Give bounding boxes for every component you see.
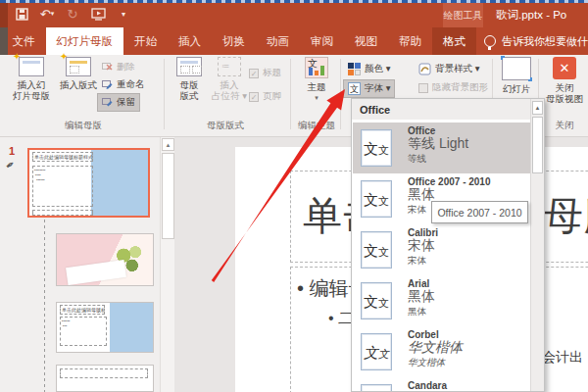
rename-button[interactable]: 重命名 (98, 76, 149, 93)
tell-me-box[interactable]: 告诉我你想要做什 (476, 27, 588, 55)
master-slide-thumbnail[interactable]: 单击此处编辑母版标题样式 ▪▪▪▪▪▪▪▪ ▪▪▪▪ ▪▪▪▪▪▪ (27, 148, 150, 218)
insert-slide-master-button[interactable]: 插入幻 灯片母版 (8, 57, 55, 101)
undo-icon[interactable]: ↶▾ (39, 6, 55, 22)
background-styles-icon (418, 63, 431, 75)
ribbon-tabs: 文件 幻灯片母版 开始 插入 切换 动画 审阅 视图 帮助 格式 告诉我你想要做… (0, 27, 588, 55)
font-sample-icon: 文文 (361, 333, 392, 370)
checkbox-icon (418, 83, 428, 93)
preserve-button[interactable]: 保留 (97, 93, 140, 112)
group-label-close: 关闭 (543, 120, 586, 132)
drawing-tools-header: 绘图工具 (443, 3, 483, 27)
pin-icon: ✒ (3, 158, 18, 173)
document-title: 歌词.pptx - Po (496, 3, 566, 27)
insert-layout-icon (66, 57, 91, 76)
title-checkbox: ✓ 标题 (245, 65, 285, 81)
slide-thumbnail-panel: 1 ✒ 单击此处编辑母版标题样式 ▪▪▪▪▪▪▪▪ ▪▪▪▪ ▪▪▪▪▪▪ 单击… (0, 137, 160, 392)
footer-checkbox: ✓ 页脚 (245, 88, 285, 105)
master-layout-button[interactable]: 母版 版式 (169, 57, 210, 101)
slide-size-icon (502, 57, 531, 80)
tab-view[interactable]: 视图 (344, 27, 388, 55)
scrollbar-thumb[interactable] (162, 153, 174, 239)
title-bar: ↶▾ ↻ ▾ 绘图工具 歌词.pptx - Po (0, 3, 588, 27)
background-styles-button[interactable]: 背景样式 ▾ (415, 61, 483, 77)
fonts-button[interactable]: 文 字体 ▾ (343, 79, 395, 98)
lightbulb-icon (484, 35, 496, 47)
layout-connector-line (44, 220, 45, 392)
font-scheme-calibri[interactable]: 文文 Calibri 宋体 宋体 (353, 224, 531, 275)
tell-me-label: 告诉我你想要做什 (502, 34, 588, 49)
layout-thumbnail-1[interactable] (56, 233, 154, 286)
master-layout-icon (176, 57, 202, 76)
fonts-icon: 文 (348, 82, 361, 95)
tab-home[interactable]: 开始 (123, 27, 168, 55)
font-sample-icon: 文文 (361, 180, 392, 218)
tab-animations[interactable]: 动画 (256, 27, 300, 55)
insert-placeholder-icon: ≔ (218, 57, 241, 76)
quick-access-toolbar: ↶▾ ↻ ▾ (14, 6, 131, 22)
group-label-edit-theme: 编辑主题 (294, 120, 339, 132)
insert-placeholder-button: ≔ 插入 占位符 ▾ (210, 57, 249, 101)
group-label-edit-master: 编辑母版 (39, 120, 127, 132)
colors-button[interactable]: 颜色 ▾ (344, 61, 394, 77)
tab-help[interactable]: 帮助 (388, 27, 432, 55)
hide-background-graphics-checkbox: 隐藏背景图形 (415, 79, 492, 96)
redo-icon: ↻ (65, 6, 80, 22)
close-master-view-button[interactable]: ✕ 关闭 母版视图 (543, 57, 586, 104)
font-scheme-candara[interactable]: Candara 华文隶书 (353, 377, 531, 392)
tab-format[interactable]: 格式 (432, 27, 476, 55)
delete-icon (102, 62, 113, 73)
tooltip: Office 2007 - 2010 (431, 201, 528, 223)
font-sample-icon: 文文 (361, 129, 392, 167)
start-slideshow-icon[interactable] (90, 6, 106, 22)
tabs-row-edge (0, 27, 8, 55)
insert-layout-button[interactable]: 插入版式 (55, 57, 102, 90)
fonts-dropdown-menu: Office 文文 Office 等线 Light 等线 文文 Office 2… (351, 98, 545, 392)
font-sample-icon: 文文 (361, 282, 392, 319)
font-scheme-office[interactable]: 文文 Office 等线 Light 等线 (353, 122, 531, 173)
group-label-master-layout: 母版版式 (186, 120, 265, 132)
preserve-icon (102, 97, 113, 108)
delete-button: 删除 (98, 59, 139, 75)
themes-button[interactable]: 文 主题 ▾ (295, 57, 338, 103)
customize-qat-icon[interactable]: ▾ (116, 6, 131, 22)
insert-slide-master-icon (19, 57, 44, 76)
tab-slide-master[interactable]: 幻灯片母版 (46, 27, 124, 55)
colors-icon (348, 63, 361, 75)
rename-icon (102, 79, 113, 90)
fonts-dropdown-header: Office (352, 99, 544, 120)
thumbnail-panel-scrollbar[interactable]: ▲ (160, 137, 174, 392)
font-scheme-corbel[interactable]: 文文 Corbel 华文楷体 华文楷体 (353, 326, 531, 377)
dropdown-scroll-up-icon[interactable]: ▲ (532, 101, 543, 115)
slide-corner-text: 会计出 (542, 349, 583, 367)
checkbox-icon: ✓ (249, 92, 259, 102)
titlebar-edge (0, 3, 8, 27)
slide-size-button[interactable]: 幻灯片 (496, 57, 537, 94)
layout-thumbnail-2[interactable]: 单击此处编辑母版标题样式 ▪▪▪▪▪▪ ▪▪▪ (56, 302, 154, 353)
tab-transitions[interactable]: 切换 (212, 27, 256, 55)
dropdown-scrollbar[interactable]: ▲ (530, 99, 544, 392)
powerpoint-window: ↶▾ ↻ ▾ 绘图工具 歌词.pptx - Po 文件 幻灯片母版 开始 插入 … (0, 0, 588, 392)
font-sample-icon (361, 384, 392, 392)
themes-dropdown-arrow: ▾ (295, 92, 338, 103)
themes-icon: 文 (305, 57, 328, 78)
font-scheme-arial[interactable]: 文文 Arial 黑体 黑体 (353, 275, 531, 326)
checkbox-icon: ✓ (249, 69, 259, 78)
save-icon[interactable] (14, 6, 29, 22)
tab-file[interactable]: 文件 (2, 27, 46, 55)
slide-number: 1 (9, 145, 15, 157)
close-master-view-icon: ✕ (553, 57, 576, 79)
font-sample-icon: 文文 (361, 231, 392, 269)
scroll-up-arrow-icon[interactable]: ▲ (162, 138, 174, 151)
layout-thumbnail-3[interactable] (56, 365, 154, 392)
tab-insert[interactable]: 插入 (168, 27, 212, 55)
dropdown-scrollbar-thumb[interactable] (532, 117, 543, 173)
tab-review[interactable]: 审阅 (300, 27, 344, 55)
